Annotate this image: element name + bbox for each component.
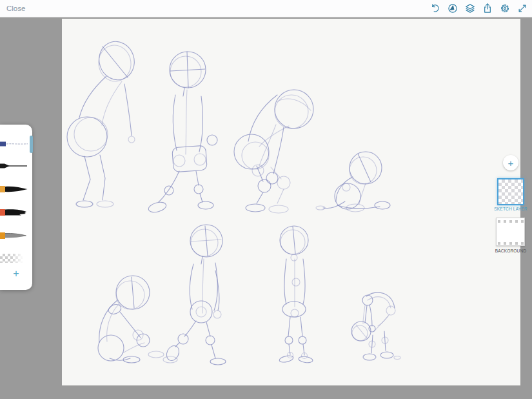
brush-chisel-marker[interactable]: [0, 207, 28, 218]
add-brush-button[interactable]: +: [0, 268, 32, 280]
brush-marker[interactable]: [0, 184, 28, 194]
background-layer-thumbnail[interactable]: [496, 218, 525, 246]
selected-brush-indicator: [30, 136, 33, 153]
share-icon[interactable]: [482, 3, 493, 14]
brush-graphite-pencil[interactable]: [0, 139, 28, 149]
gesture-figure-crouching: [316, 152, 390, 212]
gesture-figure-bending-forward: [67, 37, 139, 207]
sketch-layer-label: SKETCH LAYER: [491, 207, 530, 211]
fullscreen-icon[interactable]: [517, 3, 528, 14]
pencil-ferrule: [0, 142, 6, 147]
brush-panel: +: [0, 125, 32, 290]
settings-icon[interactable]: [499, 3, 511, 14]
gesture-figure-toe-touch: [351, 292, 400, 360]
gesture-figure-standing: [279, 226, 313, 363]
background-layer-label: BACKGROUND: [491, 249, 530, 253]
close-button[interactable]: Close: [6, 5, 25, 12]
brush-shading-pencil[interactable]: [0, 230, 28, 241]
top-toolbar: Close: [0, 0, 532, 17]
gesture-figure-striding: [163, 225, 226, 365]
drawing-canvas[interactable]: [62, 19, 520, 385]
sketch-layer-thumbnail[interactable]: [497, 178, 524, 205]
layers-icon[interactable]: [464, 3, 476, 14]
gesture-figure-squatting: [98, 276, 164, 363]
brush-eraser[interactable]: [0, 254, 25, 263]
undo-icon[interactable]: [429, 3, 441, 14]
shape-tool-icon[interactable]: [447, 3, 458, 14]
gesture-figure-hands-on-knees: [234, 90, 313, 213]
sketch-artwork: [62, 19, 520, 385]
gesture-figure-walking-back: [148, 52, 217, 214]
brush-ink-pen[interactable]: [0, 161, 28, 171]
add-layer-button[interactable]: +: [503, 155, 518, 170]
toolbar-icon-group: [429, 3, 532, 14]
